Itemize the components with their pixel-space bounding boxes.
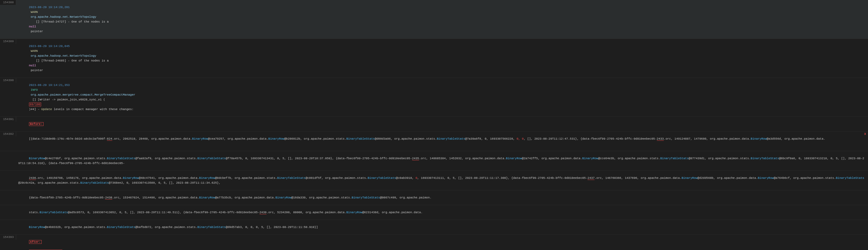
log-row: stats.BinaryTableStats@ad5c0573, 0, 1693… (0, 205, 868, 220)
data-content: [{data-7138de0b-176c-4b7e-b92d-a8cbc3af9… (29, 137, 825, 141)
log-level-warn: WARN (29, 50, 40, 53)
data-ref: 2436 (29, 177, 36, 180)
class-name: org.apache.hadoop.net.NetworkTopology (29, 15, 96, 19)
log-row: BinaryRow@e4b8332b, org.apache.paimon.st… (0, 220, 868, 235)
log-message-end: )#4] - Update levels in compact manager … (29, 108, 133, 111)
log-content: 2023-08-29 19:14:21,353 INFO org.apache.… (16, 78, 868, 117)
timestamp: 2023-08-29 19:14:20,845 (29, 44, 70, 48)
log-content: BinaryRow@e4b8332b, org.apache.paimon.st… (16, 220, 868, 235)
null-keyword: null (29, 64, 36, 67)
log-row: BinaryRow@c4e276bf, org.apache.paimon.st… (0, 151, 868, 171)
class-ref: BinaryRow (29, 157, 45, 160)
log-content: 2023-08-29 19:14:20,845 WARN org.apache.… (16, 39, 868, 77)
log-row: {data-fbec6f99-2705-424b-bffc-0d810eebec… (0, 190, 868, 205)
log-content: stats.BinaryTableStats@ad5c0573, 0, 1693… (16, 205, 868, 220)
null-keyword: null (29, 25, 36, 28)
log-row: 154389 2023-08-29 19:14:20,845 WARN org.… (0, 39, 868, 78)
log-row: 2436.orc, 149150708, 1458176, org.apache… (0, 171, 868, 190)
line-number: 154388 (0, 0, 16, 5)
log-content: [{data-7138de0b-176c-4b7e-b92d-a8cbc3af9… (16, 132, 868, 151)
log-content: {data-fbec6f99-2705-424b-bffc-0d810eebec… (16, 190, 868, 205)
timestamp: 2023-08-29 19:14:20,201 (29, 6, 70, 9)
class-name: org.apache.paimon.mergetree.compact.Merg… (29, 93, 135, 96)
log-content: BinaryRow@c4e276bf, org.apache.paimon.st… (16, 151, 868, 170)
class-name: org.apache.hadoop.net.NetworkTopology (29, 54, 96, 58)
line-number: 154392 (0, 132, 16, 136)
log-content: After: 7 files -> 6 files (16, 235, 868, 250)
after-label: After: (29, 240, 42, 244)
line-number: 154389 (0, 39, 16, 44)
log-content: 2023-08-29 19:14:20,201 WARN org.apache.… (16, 0, 868, 39)
line-number: 154390 (0, 78, 16, 83)
log-level-warn: WARN (29, 10, 40, 14)
log-content: 2436.orc, 149150708, 1458176, org.apache… (16, 171, 868, 190)
log-row: 154388 2023-08-29 19:14:20,201 WARN org.… (0, 0, 868, 39)
progress-badge: 89/100 (29, 102, 41, 106)
log-message-end: pointer (29, 69, 43, 72)
before-label: Before: (29, 122, 43, 126)
log-message: [] [Thread-24685] - One of the nodes is … (29, 59, 111, 62)
row-badge: 3 (864, 132, 866, 136)
log-row-before: 154391 Before: (0, 117, 868, 132)
log-container: 154388 2023-08-29 19:14:20,201 WARN org.… (0, 0, 868, 250)
line-number: 154391 (0, 117, 16, 122)
log-row: 154392 [{data-7138de0b-176c-4b7e-b92d-a8… (0, 132, 868, 151)
log-message: [] [Thread-24727] - One of the nodes is … (29, 20, 111, 23)
log-message: [] [Writer -> paimon_join_v0828_sync_v1 … (29, 98, 105, 101)
timestamp: 2023-08-29 19:14:21,353 (29, 84, 70, 87)
spacer (33, 245, 90, 248)
log-level-info: INFO (29, 88, 40, 92)
log-message-end: pointer (29, 30, 43, 33)
log-row-after: 154393 After: 7 files -> 6 files (0, 235, 868, 250)
class-ref: BinaryRow (29, 225, 45, 229)
line-number: 154393 (0, 235, 16, 240)
log-content: Before: (16, 117, 868, 131)
log-row: 154390 2023-08-29 19:14:21,353 INFO org.… (0, 78, 868, 117)
